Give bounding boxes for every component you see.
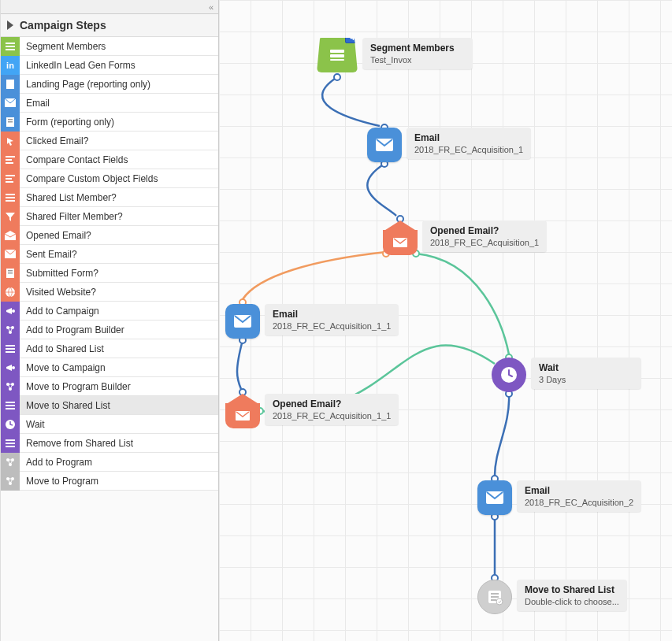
sidebar-item[interactable]: Move to Campaign <box>1 358 218 377</box>
sidebar-item[interactable]: Add to Campaign <box>1 302 218 320</box>
node-email-2[interactable]: Email 2018_FR_EC_Acquisition_2 <box>477 480 641 515</box>
sidebar-item[interactable]: Add to Program Builder <box>1 320 218 339</box>
sidebar-item[interactable]: Shared Filter Member? <box>1 207 218 226</box>
campaign-icon <box>1 302 20 320</box>
mail-icon <box>477 480 512 515</box>
sidebar-item[interactable]: Move to Shared List <box>1 396 218 415</box>
list-icon <box>1 434 20 453</box>
svg-rect-71 <box>491 593 499 595</box>
sidebar-item[interactable]: Segment Members <box>1 37 218 56</box>
svg-rect-73 <box>491 599 496 601</box>
node-opened-email-1[interactable]: Opened Email? 2018_FR_EC_Acquisition_1 <box>383 220 547 255</box>
node-segment-members[interactable]: 4 Segment Members Test_Invox <box>317 38 473 72</box>
sidebar-item-label: Visited Website? <box>20 287 96 298</box>
node-email-1-1[interactable]: Email 2018_FR_EC_Acquisition_1_1 <box>225 304 399 339</box>
globe-icon <box>1 283 20 302</box>
sidebar-item[interactable]: Compare Custom Object Fields <box>1 169 218 188</box>
sidebar: « Campaign Steps Segment MembersinLinked… <box>0 0 219 641</box>
svg-rect-39 <box>6 446 15 447</box>
sidebar-item-label: Move to Shared List <box>20 400 110 411</box>
svg-rect-11 <box>6 175 15 176</box>
svg-rect-12 <box>6 178 12 180</box>
node-email-1[interactable]: Email 2018_FR_EC_Acquisition_1 <box>367 128 531 162</box>
form-icon <box>1 113 20 132</box>
svg-rect-3 <box>6 80 14 89</box>
list-icon <box>1 339 20 358</box>
node-label: Segment Members Test_Invox <box>362 38 473 69</box>
list-icon <box>1 188 20 207</box>
sidebar-item[interactable]: Submitted Form? <box>1 264 218 283</box>
program-icon <box>1 472 20 491</box>
svg-rect-34 <box>6 405 15 406</box>
opened-mail-icon <box>225 394 260 428</box>
sidebar-item[interactable]: Opened Email? <box>1 226 218 245</box>
sidebar-item-label: Shared List Member? <box>20 192 117 203</box>
list-icon <box>1 396 20 415</box>
svg-rect-62 <box>330 54 344 57</box>
click-icon <box>1 132 20 150</box>
program-icon <box>1 320 20 339</box>
segment-badge: 4 <box>345 31 359 43</box>
sidebar-item-label: Wait <box>20 419 45 430</box>
openmail-icon <box>1 226 20 245</box>
svg-rect-26 <box>6 345 15 346</box>
sidebar-item[interactable]: inLinkedIn Lead Gen Forms <box>1 56 218 75</box>
sidebar-item[interactable]: Remove from Shared List <box>1 434 218 453</box>
sidebar-list: Segment MembersinLinkedIn Lead Gen Forms… <box>1 37 218 491</box>
sidebar-item-label: Add to Shared List <box>20 343 104 354</box>
sidebar-item[interactable]: Move to Program Builder <box>1 377 218 396</box>
node-label: Move to Shared List Double-click to choo… <box>517 580 627 611</box>
sidebar-item[interactable]: Move to Program <box>1 472 218 491</box>
svg-rect-1 <box>6 46 15 47</box>
collapse-bar[interactable]: « <box>1 0 218 14</box>
mail-icon <box>367 128 402 162</box>
sidebar-item[interactable]: Form (reporting only) <box>1 113 218 132</box>
node-opened-email-1-1[interactable]: Opened Email? 2018_FR_EC_Acquisition_1_1 <box>225 394 399 428</box>
node-label: Opened Email? 2018_FR_EC_Acquisition_1 <box>422 220 547 252</box>
sidebar-item-label: Move to Campaign <box>20 362 106 373</box>
collapse-icon: « <box>209 2 213 12</box>
segment-icon: 4 <box>317 38 358 72</box>
campaign-canvas[interactable]: 4 Segment Members Test_Invox Email 2018_… <box>219 0 672 641</box>
page-icon <box>1 75 20 94</box>
expand-triangle-icon <box>7 20 13 30</box>
filter-icon <box>1 207 20 226</box>
sidebar-item[interactable]: Shared List Member? <box>1 188 218 207</box>
sidebar-item[interactable]: Add to Shared List <box>1 339 218 358</box>
svg-rect-37 <box>6 439 15 441</box>
node-label: Email 2018_FR_EC_Acquisition_1 <box>407 128 531 159</box>
node-wait[interactable]: Wait 3 Days <box>492 358 641 392</box>
in-icon: in <box>1 56 20 75</box>
sidebar-item-label: Compare Contact Fields <box>20 154 128 165</box>
compare-icon <box>1 169 20 188</box>
svg-rect-63 <box>330 59 344 61</box>
sidebar-item-label: Sent Email? <box>20 249 77 260</box>
svg-rect-16 <box>6 200 15 202</box>
sidebar-item[interactable]: Compare Contact Fields <box>1 150 218 169</box>
node-move-to-shared-list[interactable]: Move to Shared List Double-click to choo… <box>477 580 627 614</box>
sidebar-item[interactable]: Sent Email? <box>1 245 218 264</box>
svg-rect-8 <box>6 156 15 157</box>
sidebar-item[interactable]: Landing Page (reporting only) <box>1 75 218 94</box>
sentmail-icon <box>1 245 20 264</box>
sidebar-item-label: Landing Page (reporting only) <box>20 79 150 90</box>
clock-icon <box>1 415 20 434</box>
sidebar-item-label: Move to Program <box>20 476 98 487</box>
svg-rect-6 <box>8 119 13 120</box>
sidebar-item-label: Add to Campaign <box>20 306 99 317</box>
node-label: Opened Email? 2018_FR_EC_Acquisition_1_1 <box>265 394 399 425</box>
svg-point-29 <box>12 366 15 369</box>
sidebar-item-label: Email <box>20 98 50 109</box>
svg-rect-72 <box>491 596 499 598</box>
sidebar-item[interactable]: Add to Program <box>1 453 218 472</box>
svg-rect-35 <box>6 408 15 409</box>
sidebar-item[interactable]: Wait <box>1 415 218 434</box>
svg-rect-9 <box>6 159 12 161</box>
sidebar-item[interactable]: Visited Website? <box>1 283 218 302</box>
clock-icon <box>492 358 526 392</box>
sidebar-item[interactable]: Email <box>1 94 218 113</box>
sidebar-header[interactable]: Campaign Steps <box>1 14 218 37</box>
node-label: Email 2018_FR_EC_Acquisition_2 <box>517 480 641 512</box>
node-label: Wait 3 Days <box>531 358 641 389</box>
sidebar-item[interactable]: Clicked Email? <box>1 132 218 150</box>
